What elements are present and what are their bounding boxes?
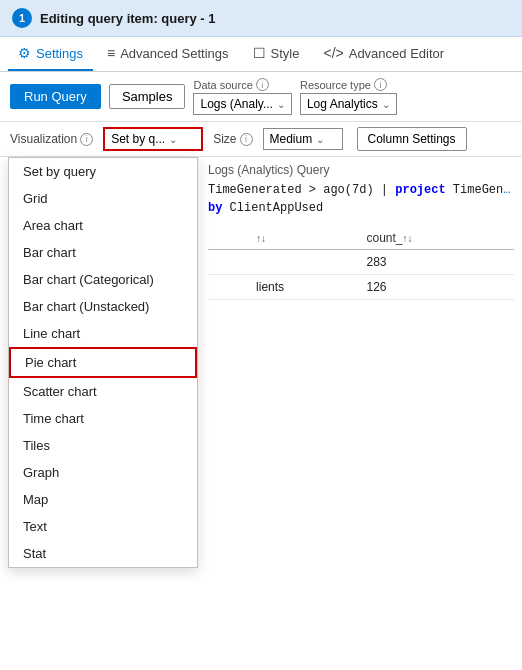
cell-r1c2 [248,250,358,275]
dropdown-item-grid[interactable]: Grid [9,185,197,212]
col-header-2[interactable]: ↑↓ [248,227,358,250]
column-settings-button[interactable]: Column Settings [357,127,467,151]
table-row: lients 126 [208,275,514,300]
table-row: 283 [208,250,514,275]
dropdown-item-bar-chart[interactable]: Bar chart [9,239,197,266]
toolbar: Run Query Samples Data source i Logs (An… [0,72,522,122]
tab-advanced-editor-label: Advanced Editor [349,46,444,61]
dropdown-item-pie-chart[interactable]: Pie chart [9,347,197,378]
dropdown-item-bar-chart-unstack[interactable]: Bar chart (Unstacked) [9,293,197,320]
dropdown-item-text[interactable]: Text [9,513,197,540]
resource-type-chevron-icon: ⌄ [382,99,390,110]
dropdown-item-time-chart[interactable]: Time chart [9,405,197,432]
size-label: Size i [213,132,252,146]
datasource-select[interactable]: Logs (Analy... ⌄ [193,93,291,115]
style-icon: ☐ [253,45,266,61]
results-table: ↑↓ count_↑↓ 283 lients 126 [208,227,514,300]
tab-settings[interactable]: ⚙ Settings [8,37,93,71]
tab-style-label: Style [271,46,300,61]
dropdown-item-graph[interactable]: Graph [9,459,197,486]
visualization-dropdown-menu: Set by query Grid Area chart Bar chart B… [8,157,198,568]
datasource-group: Data source i Logs (Analy... ⌄ [193,78,291,115]
size-chevron-icon: ⌄ [316,134,324,145]
dropdown-item-scatter-chart[interactable]: Scatter chart [9,378,197,405]
cell-r2c1 [208,275,248,300]
vis-chevron-icon: ⌄ [169,134,177,145]
visualization-info-icon[interactable]: i [80,133,93,146]
cell-r2c2: lients [248,275,358,300]
dropdown-item-map[interactable]: Map [9,486,197,513]
query-line2: by ClientAppUsed [208,199,514,217]
run-query-button[interactable]: Run Query [10,84,101,109]
nav-tabs: ⚙ Settings ≡ Advanced Settings ☐ Style <… [0,37,522,72]
query-label: Logs (Analytics) Query [208,163,514,177]
dropdown-item-tiles[interactable]: Tiles [9,432,197,459]
visualization-dropdown[interactable]: Set by q... ⌄ [103,127,203,151]
tab-advanced-settings-label: Advanced Settings [120,46,228,61]
visualization-row: Visualization i Set by q... ⌄ Size i Med… [0,122,522,157]
cell-r1c1 [208,250,248,275]
settings-icon: ⚙ [18,45,31,61]
col-header-3[interactable]: count_↑↓ [358,227,514,250]
page-title: Editing query item: query - 1 [40,11,216,26]
step-badge: 1 [12,8,32,28]
dropdown-item-line-chart[interactable]: Line chart [9,320,197,347]
resource-type-info-icon[interactable]: i [374,78,387,91]
advanced-settings-icon: ≡ [107,45,115,61]
cell-r2c3: 126 [358,275,514,300]
dropdown-item-set-by-query[interactable]: Set by query [9,158,197,185]
resource-type-group: Resource type i Log Analytics ⌄ [300,78,397,115]
size-select[interactable]: Medium ⌄ [263,128,343,150]
main-area: Set by query Grid Area chart Bar chart B… [0,157,522,306]
advanced-editor-icon: </> [323,45,343,61]
samples-button[interactable]: Samples [109,84,186,109]
query-line1: TimeGenerated > ago(7d) | project TimeGe… [208,181,514,199]
dropdown-item-bar-chart-cat[interactable]: Bar chart (Categorical) [9,266,197,293]
right-content: Logs (Analytics) Query TimeGenerated > a… [200,157,522,306]
tab-advanced-settings[interactable]: ≡ Advanced Settings [97,37,239,71]
sort-icon-col3: ↑↓ [402,233,412,244]
resource-type-label: Resource type i [300,78,387,91]
col-header-1 [208,227,248,250]
dropdown-item-stat[interactable]: Stat [9,540,197,567]
datasource-info-icon[interactable]: i [256,78,269,91]
tab-style[interactable]: ☐ Style [243,37,310,71]
size-info-icon[interactable]: i [240,133,253,146]
cell-r1c3: 283 [358,250,514,275]
datasource-chevron-icon: ⌄ [277,99,285,110]
tab-advanced-editor[interactable]: </> Advanced Editor [313,37,454,71]
table-header-row: ↑↓ count_↑↓ [208,227,514,250]
tab-settings-label: Settings [36,46,83,61]
sort-icon-col2: ↑↓ [256,233,266,244]
datasource-label: Data source i [193,78,268,91]
resource-type-select[interactable]: Log Analytics ⌄ [300,93,397,115]
title-bar: 1 Editing query item: query - 1 [0,0,522,37]
visualization-label: Visualization i [10,132,93,146]
dropdown-item-area-chart[interactable]: Area chart [9,212,197,239]
